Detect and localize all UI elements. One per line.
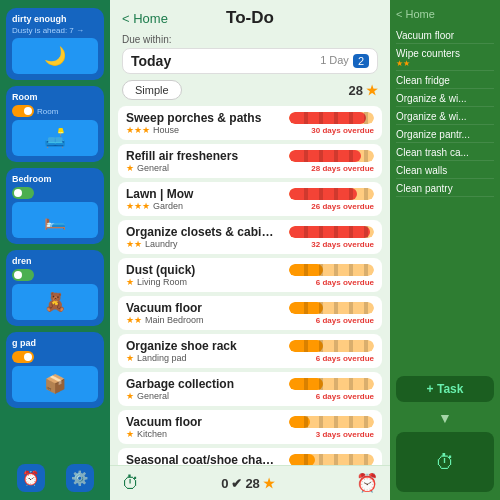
task-right: 4 days overdue xyxy=(284,454,374,466)
right-item-name: Wipe counters xyxy=(396,48,460,59)
settings-icon[interactable]: ⚙️ xyxy=(66,464,94,492)
left-card-3[interactable]: dren 🧸 xyxy=(6,250,104,326)
due-tab-1day[interactable]: 1 Day xyxy=(320,54,349,68)
task-left: Vacuum floor ★★ Main Bedroom xyxy=(126,301,278,325)
card-img-4: 📦 xyxy=(12,366,98,402)
task-meta: ★ Kitchen xyxy=(126,429,278,439)
overdue-text: 32 days overdue xyxy=(311,240,374,249)
task-stars: ★ xyxy=(126,353,134,363)
right-list-item[interactable]: Vacuum floor xyxy=(396,28,494,44)
middle-panel: < Home To-Do Due within: Today 1 Day 2 S… xyxy=(110,0,390,500)
task-category: Garden xyxy=(153,201,183,211)
overdue-bar xyxy=(289,112,374,124)
task-name: Lawn | Mow xyxy=(126,187,278,201)
right-item-name: Clean fridge xyxy=(396,75,450,86)
task-left: Refill air fresheners ★ General xyxy=(126,149,278,173)
card-title-4: g pad xyxy=(12,338,98,348)
timer-icon[interactable]: ⏰ xyxy=(17,464,45,492)
left-card-0[interactable]: dirty enough Dusty is ahead: 7 → 🌙 xyxy=(6,8,104,80)
right-item-name: Clean walls xyxy=(396,165,447,176)
due-row[interactable]: Today 1 Day 2 xyxy=(122,48,378,74)
add-task-button[interactable]: + Task xyxy=(396,376,494,402)
left-panel: dirty enough Dusty is ahead: 7 → 🌙 Room … xyxy=(0,0,110,500)
left-card-4[interactable]: g pad 📦 xyxy=(6,332,104,408)
overdue-bar xyxy=(289,226,374,238)
right-item-name: Organize & wi... xyxy=(396,93,467,104)
left-card-1[interactable]: Room Room 🛋️ xyxy=(6,86,104,162)
task-item[interactable]: Organize closets & cabin... ★★ Laundry 3… xyxy=(118,220,382,254)
right-item-name: Vacuum floor xyxy=(396,30,454,41)
due-tabs: 1 Day 2 xyxy=(320,54,369,68)
task-left: Organize shoe rack ★ Landing pad xyxy=(126,339,278,363)
task-name: Garbage collection xyxy=(126,377,278,391)
right-panel: < Home Vacuum floorWipe counters★★Clean … xyxy=(390,0,500,500)
task-item[interactable]: Sweep porches & paths ★★★ House 30 days … xyxy=(118,106,382,140)
task-category: Kitchen xyxy=(137,429,167,439)
task-right: 6 days overdue xyxy=(284,378,374,401)
right-list-item[interactable]: Organize & wi... xyxy=(396,109,494,125)
right-list-item[interactable]: Clean trash ca... xyxy=(396,145,494,161)
task-item[interactable]: Dust (quick) ★ Living Room 6 days overdu… xyxy=(118,258,382,292)
right-item-sub: ★★ xyxy=(396,59,494,68)
right-list-item[interactable]: Clean fridge xyxy=(396,73,494,89)
task-meta: ★★ Main Bedroom xyxy=(126,315,278,325)
right-item-name: Clean trash ca... xyxy=(396,147,469,158)
card-img-0: 🌙 xyxy=(12,38,98,74)
task-left: Dust (quick) ★ Living Room xyxy=(126,263,278,287)
right-clock-icon: ⏱ xyxy=(435,451,455,474)
task-item[interactable]: Vacuum floor ★ Kitchen 3 days overdue xyxy=(118,410,382,444)
middle-footer: ⏱ 0 ✔ 28 ★ ⏰ xyxy=(110,465,390,500)
card-img-1: 🛋️ xyxy=(12,120,98,156)
overdue-bar xyxy=(289,454,374,466)
due-label: Due within: xyxy=(122,34,378,45)
task-left: Seasonal coat/shoe chan... ★★ Landing pa… xyxy=(126,453,278,465)
task-left: Lawn | Mow ★★★ Garden xyxy=(126,187,278,211)
task-item[interactable]: Seasonal coat/shoe chan... ★★ Landing pa… xyxy=(118,448,382,465)
card-title-2: Bedroom xyxy=(12,174,98,184)
task-stars: ★★★ xyxy=(126,201,150,211)
middle-nav: < Home To-Do xyxy=(122,8,378,28)
task-meta: ★ Landing pad xyxy=(126,353,278,363)
task-item[interactable]: Garbage collection ★ General 6 days over… xyxy=(118,372,382,406)
right-list-item[interactable]: Clean walls xyxy=(396,163,494,179)
task-stars: ★★ xyxy=(126,239,142,249)
toggle-1[interactable] xyxy=(12,105,34,117)
footer-clock-icon[interactable]: ⏰ xyxy=(356,472,378,494)
task-meta: ★★★ House xyxy=(126,125,278,135)
right-list: Vacuum floorWipe counters★★Clean fridgeO… xyxy=(396,28,494,370)
toggle-3[interactable] xyxy=(12,269,34,281)
task-meta: ★★★ Garden xyxy=(126,201,278,211)
overdue-bar xyxy=(289,378,374,390)
middle-header: < Home To-Do Due within: Today 1 Day 2 S… xyxy=(110,0,390,106)
overdue-text: 3 days overdue xyxy=(316,430,374,439)
footer-count-num: 0 xyxy=(221,476,228,491)
right-list-item[interactable]: Wipe counters★★ xyxy=(396,46,494,71)
task-item[interactable]: Organize shoe rack ★ Landing pad 6 days … xyxy=(118,334,382,368)
due-tab-2[interactable]: 2 xyxy=(353,54,369,68)
task-left: Garbage collection ★ General xyxy=(126,377,278,401)
task-right: 26 days overdue xyxy=(284,188,374,211)
right-list-item[interactable]: Organize & wi... xyxy=(396,91,494,107)
task-left: Organize closets & cabin... ★★ Laundry xyxy=(126,225,278,249)
task-right: 6 days overdue xyxy=(284,340,374,363)
footer-timer-icon[interactable]: ⏱ xyxy=(122,473,140,494)
toggle-2[interactable] xyxy=(12,187,34,199)
task-item[interactable]: Vacuum floor ★★ Main Bedroom 6 days over… xyxy=(118,296,382,330)
expand-icon[interactable]: ▼ xyxy=(396,408,494,428)
task-stars: ★ xyxy=(126,391,134,401)
left-bottom-bar: ⏰ ⚙️ xyxy=(6,460,104,492)
back-button[interactable]: < Home xyxy=(122,11,168,26)
task-item[interactable]: Refill air fresheners ★ General 28 days … xyxy=(118,144,382,178)
task-stars: ★ xyxy=(126,277,134,287)
task-item[interactable]: Lawn | Mow ★★★ Garden 26 days overdue xyxy=(118,182,382,216)
right-item-name: Organize pantr... xyxy=(396,129,470,140)
right-back-button[interactable]: < Home xyxy=(396,8,435,20)
filter-button[interactable]: Simple xyxy=(122,80,182,100)
overdue-text: 6 days overdue xyxy=(316,278,374,287)
right-list-item[interactable]: Clean pantry xyxy=(396,181,494,197)
left-card-2[interactable]: Bedroom 🛏️ xyxy=(6,168,104,244)
overdue-bar xyxy=(289,264,374,276)
overdue-bar xyxy=(289,340,374,352)
right-list-item[interactable]: Organize pantr... xyxy=(396,127,494,143)
toggle-4[interactable] xyxy=(12,351,34,363)
